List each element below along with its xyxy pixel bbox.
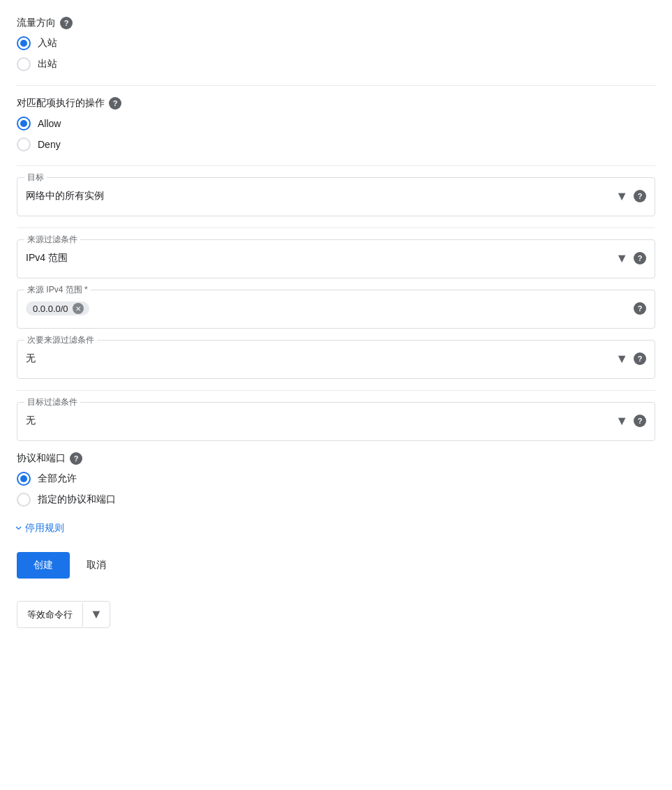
source-filter-field[interactable]: 来源过滤条件 IPv4 范围 ▼ ? <box>17 239 655 278</box>
source-ipv4-field[interactable]: 来源 IPv4 范围 * 0.0.0.0/0 ✕ ? <box>17 290 655 329</box>
cancel-button[interactable]: 取消 <box>81 552 112 579</box>
source-filter-dropdown-icon[interactable]: ▼ <box>615 251 628 266</box>
equiv-chevron-icon: ▼ <box>90 607 103 622</box>
divider-4 <box>17 390 655 391</box>
equiv-command-row: 等效命令行 ▼ <box>17 601 110 628</box>
target-filter-field[interactable]: 目标过滤条件 无 ▼ ? <box>17 402 655 441</box>
target-filter-value: 无 <box>26 415 615 427</box>
action-allow[interactable]: Allow <box>17 117 655 131</box>
radio-deny-label: Deny <box>38 139 61 150</box>
chevron-down-icon: › <box>12 526 27 530</box>
action-text: 对匹配项执行的操作 <box>17 97 105 110</box>
action-label: 对匹配项执行的操作 ? <box>17 97 655 110</box>
action-radio-group: Allow Deny <box>17 117 655 151</box>
traffic-direction-outbound[interactable]: 出站 <box>17 57 655 71</box>
action-deny[interactable]: Deny <box>17 137 655 151</box>
source-ipv4-chip-close[interactable]: ✕ <box>73 303 84 314</box>
target-field[interactable]: 目标 网络中的所有实例 ▼ ? <box>17 177 655 216</box>
secondary-source-filter-actions: ▼ ? <box>615 352 646 366</box>
radio-all-circle[interactable] <box>17 472 31 486</box>
equiv-command-label: 等效命令行 <box>17 603 83 627</box>
source-ipv4-legend: 来源 IPv4 范围 * <box>24 284 91 296</box>
secondary-source-filter-dropdown-icon[interactable]: ▼ <box>615 352 628 366</box>
disable-rule-link[interactable]: › 停用规则 <box>17 521 655 535</box>
target-filter-actions: ▼ ? <box>615 414 646 428</box>
protocol-radio-group: 全部允许 指定的协议和端口 <box>17 472 655 507</box>
disable-rule-text: 停用规则 <box>25 522 64 535</box>
protocol-specific[interactable]: 指定的协议和端口 <box>17 493 655 507</box>
target-filter-help-icon[interactable]: ? <box>634 415 646 427</box>
target-legend: 目标 <box>24 172 47 184</box>
traffic-direction-label: 流量方向 ? <box>17 17 655 29</box>
radio-outbound-circle[interactable] <box>17 57 31 71</box>
secondary-source-filter-field[interactable]: 次要来源过滤条件 无 ▼ ? <box>17 340 655 379</box>
secondary-source-filter-help-icon[interactable]: ? <box>634 352 646 365</box>
target-field-actions: ▼ ? <box>615 189 646 204</box>
action-section: 对匹配项执行的操作 ? Allow Deny <box>17 97 655 151</box>
source-ipv4-wrapper: 来源 IPv4 范围 * 0.0.0.0/0 ✕ ? <box>17 290 655 329</box>
secondary-source-filter-wrapper: 次要来源过滤条件 无 ▼ ? <box>17 340 655 379</box>
protocol-section: 协议和端口 ? 全部允许 指定的协议和端口 <box>17 452 655 507</box>
radio-all-label: 全部允许 <box>38 472 77 485</box>
radio-inbound-circle[interactable] <box>17 36 31 50</box>
target-filter-dropdown-icon[interactable]: ▼ <box>615 414 628 428</box>
source-ipv4-chip: 0.0.0.0/0 ✕ <box>26 301 89 315</box>
radio-outbound-label: 出站 <box>38 58 57 70</box>
source-filter-field-actions: ▼ ? <box>615 251 646 266</box>
divider-2 <box>17 165 655 166</box>
target-field-wrapper: 目标 网络中的所有实例 ▼ ? <box>17 177 655 216</box>
target-filter-legend: 目标过滤条件 <box>24 396 80 408</box>
source-filter-legend: 来源过滤条件 <box>24 234 80 246</box>
secondary-source-filter-value: 无 <box>26 352 615 365</box>
radio-deny-circle[interactable] <box>17 137 31 151</box>
traffic-direction-inbound[interactable]: 入站 <box>17 36 655 50</box>
radio-specific-label: 指定的协议和端口 <box>38 493 116 506</box>
source-ipv4-chip-value: 0.0.0.0/0 <box>33 304 68 314</box>
secondary-source-filter-legend: 次要来源过滤条件 <box>24 334 97 346</box>
protocol-help-icon[interactable]: ? <box>70 452 82 465</box>
equiv-dropdown-button[interactable]: ▼ <box>83 602 110 627</box>
create-button[interactable]: 创建 <box>17 552 70 579</box>
target-value: 网络中的所有实例 <box>26 190 615 202</box>
radio-allow-circle[interactable] <box>17 117 31 131</box>
action-help-icon[interactable]: ? <box>109 97 121 110</box>
button-row: 创建 取消 <box>17 552 655 579</box>
protocol-label: 协议和端口 ? <box>17 452 655 465</box>
divider-3 <box>17 228 655 228</box>
protocol-text: 协议和端口 <box>17 452 66 465</box>
source-filter-help-icon[interactable]: ? <box>634 252 646 264</box>
radio-allow-label: Allow <box>38 118 61 129</box>
source-ipv4-field-actions: ? <box>634 302 646 315</box>
traffic-direction-section: 流量方向 ? 入站 出站 <box>17 17 655 71</box>
target-dropdown-icon[interactable]: ▼ <box>615 189 628 204</box>
traffic-direction-help-icon[interactable]: ? <box>60 17 73 29</box>
traffic-direction-text: 流量方向 <box>17 17 56 29</box>
source-filter-value: IPv4 范围 <box>26 252 615 264</box>
traffic-direction-radio-group: 入站 出站 <box>17 36 655 71</box>
protocol-all[interactable]: 全部允许 <box>17 472 655 486</box>
target-filter-wrapper: 目标过滤条件 无 ▼ ? <box>17 402 655 441</box>
radio-inbound-label: 入站 <box>38 37 57 50</box>
source-ipv4-help-icon[interactable]: ? <box>634 302 646 315</box>
target-help-icon[interactable]: ? <box>634 190 646 202</box>
divider-1 <box>17 85 655 86</box>
radio-specific-circle[interactable] <box>17 493 31 507</box>
source-filter-wrapper: 来源过滤条件 IPv4 范围 ▼ ? <box>17 239 655 278</box>
